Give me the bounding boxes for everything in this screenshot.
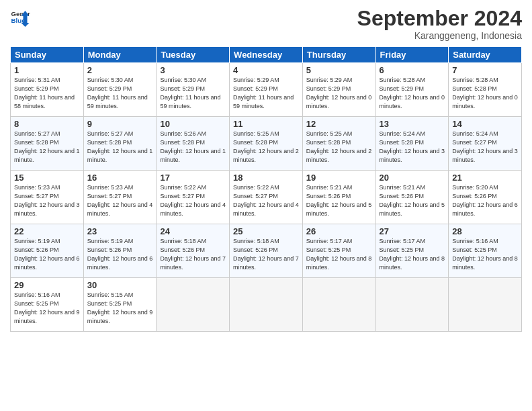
day-number: 14 <box>452 119 518 129</box>
day-detail: Sunrise: 5:22 AM Sunset: 5:27 PM Dayligh… <box>160 183 226 218</box>
svg-text:General: General <box>11 10 31 17</box>
day-number: 13 <box>380 119 445 129</box>
weekday-header: Saturday <box>449 47 522 63</box>
day-number: 18 <box>233 173 299 183</box>
calendar-week-row: 22Sunrise: 5:19 AM Sunset: 5:26 PM Dayli… <box>11 224 522 278</box>
calendar-cell: 24Sunrise: 5:18 AM Sunset: 5:26 PM Dayli… <box>157 224 230 278</box>
calendar-cell: 22Sunrise: 5:19 AM Sunset: 5:26 PM Dayli… <box>11 224 84 278</box>
calendar-week-row: 8Sunrise: 5:27 AM Sunset: 5:28 PM Daylig… <box>11 117 522 171</box>
day-detail: Sunrise: 5:16 AM Sunset: 5:25 PM Dayligh… <box>14 291 80 326</box>
day-detail: Sunrise: 5:18 AM Sunset: 5:26 PM Dayligh… <box>233 237 299 272</box>
day-number: 30 <box>87 280 153 290</box>
weekday-header: Thursday <box>302 47 375 63</box>
calendar-cell <box>449 278 522 332</box>
day-detail: Sunrise: 5:17 AM Sunset: 5:25 PM Dayligh… <box>306 237 372 272</box>
calendar-cell: 19Sunrise: 5:21 AM Sunset: 5:26 PM Dayli… <box>302 171 375 224</box>
day-detail: Sunrise: 5:23 AM Sunset: 5:27 PM Dayligh… <box>87 183 153 218</box>
day-detail: Sunrise: 5:29 AM Sunset: 5:29 PM Dayligh… <box>233 76 299 111</box>
calendar-week-row: 15Sunrise: 5:23 AM Sunset: 5:27 PM Dayli… <box>11 171 522 224</box>
calendar-cell: 17Sunrise: 5:22 AM Sunset: 5:27 PM Dayli… <box>157 171 230 224</box>
calendar-week-row: 1Sunrise: 5:31 AM Sunset: 5:29 PM Daylig… <box>11 63 522 117</box>
page: General Blue September 2024 Karanggeneng… <box>0 0 532 411</box>
day-detail: Sunrise: 5:20 AM Sunset: 5:26 PM Dayligh… <box>452 183 518 218</box>
day-detail: Sunrise: 5:15 AM Sunset: 5:25 PM Dayligh… <box>87 291 153 326</box>
day-detail: Sunrise: 5:24 AM Sunset: 5:28 PM Dayligh… <box>380 130 445 165</box>
calendar-cell: 1Sunrise: 5:31 AM Sunset: 5:29 PM Daylig… <box>11 63 84 117</box>
calendar-cell: 25Sunrise: 5:18 AM Sunset: 5:26 PM Dayli… <box>230 224 303 278</box>
calendar-cell: 16Sunrise: 5:23 AM Sunset: 5:27 PM Dayli… <box>83 171 157 224</box>
logo: General Blue <box>10 7 30 27</box>
day-number: 25 <box>233 226 299 236</box>
day-number: 21 <box>452 173 518 183</box>
day-number: 15 <box>14 173 80 183</box>
day-detail: Sunrise: 5:19 AM Sunset: 5:26 PM Dayligh… <box>14 237 80 272</box>
calendar-cell: 14Sunrise: 5:24 AM Sunset: 5:27 PM Dayli… <box>449 117 522 171</box>
day-number: 7 <box>452 65 518 75</box>
calendar-table: SundayMondayTuesdayWednesdayThursdayFrid… <box>10 46 522 332</box>
calendar-cell: 5Sunrise: 5:29 AM Sunset: 5:29 PM Daylig… <box>302 63 375 117</box>
day-detail: Sunrise: 5:23 AM Sunset: 5:27 PM Dayligh… <box>14 183 80 218</box>
calendar-cell: 21Sunrise: 5:20 AM Sunset: 5:26 PM Dayli… <box>449 171 522 224</box>
calendar-cell: 8Sunrise: 5:27 AM Sunset: 5:28 PM Daylig… <box>11 117 84 171</box>
day-detail: Sunrise: 5:30 AM Sunset: 5:29 PM Dayligh… <box>87 76 153 111</box>
day-number: 11 <box>233 119 299 129</box>
calendar-cell: 29Sunrise: 5:16 AM Sunset: 5:25 PM Dayli… <box>11 278 84 332</box>
calendar-cell: 3Sunrise: 5:30 AM Sunset: 5:29 PM Daylig… <box>157 63 230 117</box>
calendar-cell <box>157 278 230 332</box>
day-number: 24 <box>160 226 226 236</box>
day-number: 27 <box>380 226 445 236</box>
day-number: 2 <box>87 65 153 75</box>
day-detail: Sunrise: 5:22 AM Sunset: 5:27 PM Dayligh… <box>233 183 299 218</box>
calendar-cell: 13Sunrise: 5:24 AM Sunset: 5:28 PM Dayli… <box>375 117 449 171</box>
calendar-cell: 10Sunrise: 5:26 AM Sunset: 5:28 PM Dayli… <box>157 117 230 171</box>
day-detail: Sunrise: 5:21 AM Sunset: 5:26 PM Dayligh… <box>306 183 372 218</box>
calendar-cell <box>375 278 449 332</box>
day-detail: Sunrise: 5:19 AM Sunset: 5:26 PM Dayligh… <box>87 237 153 272</box>
calendar-cell: 15Sunrise: 5:23 AM Sunset: 5:27 PM Dayli… <box>11 171 84 224</box>
calendar-cell: 7Sunrise: 5:28 AM Sunset: 5:28 PM Daylig… <box>449 63 522 117</box>
day-detail: Sunrise: 5:30 AM Sunset: 5:29 PM Dayligh… <box>160 76 226 111</box>
day-detail: Sunrise: 5:21 AM Sunset: 5:26 PM Dayligh… <box>380 183 445 218</box>
calendar-week-row: 29Sunrise: 5:16 AM Sunset: 5:25 PM Dayli… <box>11 278 522 332</box>
day-number: 22 <box>14 226 80 236</box>
weekday-header: Tuesday <box>157 47 230 63</box>
calendar-cell: 30Sunrise: 5:15 AM Sunset: 5:25 PM Dayli… <box>83 278 157 332</box>
calendar-cell: 12Sunrise: 5:25 AM Sunset: 5:28 PM Dayli… <box>302 117 375 171</box>
weekday-header: Wednesday <box>230 47 303 63</box>
day-detail: Sunrise: 5:26 AM Sunset: 5:28 PM Dayligh… <box>160 130 226 165</box>
title-block: September 2024 Karanggeneng, Indonesia <box>357 7 522 41</box>
day-number: 23 <box>87 226 153 236</box>
calendar-cell <box>302 278 375 332</box>
day-number: 29 <box>14 280 80 290</box>
month-title: September 2024 <box>357 7 522 30</box>
calendar-cell <box>230 278 303 332</box>
calendar-cell: 6Sunrise: 5:28 AM Sunset: 5:29 PM Daylig… <box>375 63 449 117</box>
day-detail: Sunrise: 5:27 AM Sunset: 5:28 PM Dayligh… <box>87 130 153 165</box>
day-number: 26 <box>306 226 372 236</box>
day-detail: Sunrise: 5:28 AM Sunset: 5:29 PM Dayligh… <box>380 76 445 111</box>
calendar-cell: 2Sunrise: 5:30 AM Sunset: 5:29 PM Daylig… <box>83 63 157 117</box>
calendar-cell: 20Sunrise: 5:21 AM Sunset: 5:26 PM Dayli… <box>375 171 449 224</box>
calendar-cell: 4Sunrise: 5:29 AM Sunset: 5:29 PM Daylig… <box>230 63 303 117</box>
day-number: 1 <box>14 65 80 75</box>
day-detail: Sunrise: 5:24 AM Sunset: 5:27 PM Dayligh… <box>452 130 518 165</box>
day-number: 9 <box>87 119 153 129</box>
weekday-header: Sunday <box>11 47 84 63</box>
day-number: 28 <box>452 226 518 236</box>
day-detail: Sunrise: 5:17 AM Sunset: 5:25 PM Dayligh… <box>380 237 445 272</box>
day-detail: Sunrise: 5:29 AM Sunset: 5:29 PM Dayligh… <box>306 76 372 111</box>
day-number: 3 <box>160 65 226 75</box>
day-detail: Sunrise: 5:25 AM Sunset: 5:28 PM Dayligh… <box>233 130 299 165</box>
day-detail: Sunrise: 5:18 AM Sunset: 5:26 PM Dayligh… <box>160 237 226 272</box>
day-number: 6 <box>380 65 445 75</box>
header: General Blue September 2024 Karanggeneng… <box>10 7 522 41</box>
logo-icon: General Blue <box>10 7 30 27</box>
day-detail: Sunrise: 5:16 AM Sunset: 5:25 PM Dayligh… <box>452 237 518 272</box>
day-detail: Sunrise: 5:27 AM Sunset: 5:28 PM Dayligh… <box>14 130 80 165</box>
weekday-header: Friday <box>375 47 449 63</box>
day-detail: Sunrise: 5:28 AM Sunset: 5:28 PM Dayligh… <box>452 76 518 111</box>
day-number: 20 <box>380 173 445 183</box>
day-number: 16 <box>87 173 153 183</box>
calendar-cell: 27Sunrise: 5:17 AM Sunset: 5:25 PM Dayli… <box>375 224 449 278</box>
day-number: 4 <box>233 65 299 75</box>
